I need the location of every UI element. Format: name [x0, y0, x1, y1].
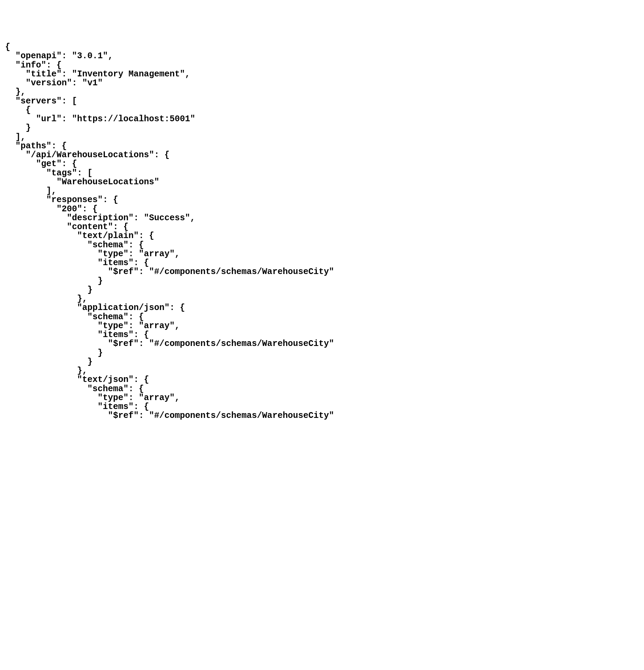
code-line: "$ref": "#/components/schemas/WarehouseC…: [5, 411, 639, 420]
code-line: "responses": {: [5, 196, 639, 204]
code-line: "text/json": {: [5, 375, 639, 384]
code-line: "openapi": "3.0.1",: [5, 52, 639, 61]
code-line: "url": "https://localhost:5001": [5, 115, 639, 124]
code-line: "items": {: [5, 259, 639, 268]
code-line: "tags": [: [5, 169, 639, 178]
code-line: "items": {: [5, 331, 639, 339]
code-line: }: [5, 349, 639, 358]
code-line: "items": {: [5, 402, 639, 411]
code-line: "paths": {: [5, 142, 639, 151]
code-line: "WarehouseLocations": [5, 178, 639, 187]
code-line: },: [5, 88, 639, 97]
code-line: "200": {: [5, 205, 639, 214]
code-line: "schema": {: [5, 241, 639, 250]
code-line: "application/json": {: [5, 303, 639, 312]
code-line: }: [5, 124, 639, 133]
code-line: "type": "array",: [5, 322, 639, 331]
code-line: "type": "array",: [5, 394, 639, 402]
code-line: ],: [5, 187, 639, 196]
code-line: "get": {: [5, 160, 639, 169]
code-line: "version": "v1": [5, 79, 639, 88]
code-line: },: [5, 295, 639, 303]
code-line: {: [5, 43, 639, 52]
code-block: { "openapi": "3.0.1", "info": { "title":…: [5, 43, 639, 421]
code-line: "$ref": "#/components/schemas/WarehouseC…: [5, 268, 639, 276]
code-line: }: [5, 286, 639, 295]
code-line: "content": {: [5, 223, 639, 232]
code-line: "$ref": "#/components/schemas/WarehouseC…: [5, 339, 639, 348]
code-line: "text/plain": {: [5, 232, 639, 240]
code-line: "/api/WarehouseLocations": {: [5, 151, 639, 160]
code-line: }: [5, 358, 639, 367]
code-line: "info": {: [5, 61, 639, 70]
code-line: "servers": [: [5, 97, 639, 106]
code-line: },: [5, 367, 639, 375]
code-line: "schema": {: [5, 313, 639, 322]
code-line: "description": "Success",: [5, 214, 639, 223]
code-line: {: [5, 106, 639, 115]
code-line: }: [5, 277, 639, 286]
code-line: ],: [5, 133, 639, 142]
code-line: "schema": {: [5, 385, 639, 394]
code-line: "type": "array",: [5, 250, 639, 259]
code-line: "title": "Inventory Management",: [5, 70, 639, 79]
